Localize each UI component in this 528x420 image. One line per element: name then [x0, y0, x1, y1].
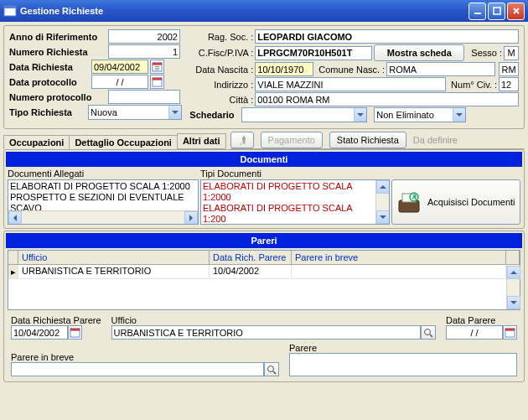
search-button[interactable]	[421, 325, 436, 340]
svg-line-17	[430, 334, 432, 337]
cf-label: C.Fisc/P.IVA :	[189, 48, 253, 58]
data-richiesta-input[interactable]: 09/04/2002	[91, 60, 148, 74]
tipo-label: Tipo Richiesta	[9, 107, 86, 117]
svg-rect-1	[4, 6, 16, 8]
comune-nasc-input[interactable]: ROMA	[386, 62, 495, 76]
window-title: Gestione Richieste	[20, 6, 468, 16]
minimize-button[interactable]	[468, 3, 486, 20]
rag-soc-input[interactable]: LEOPARDI GIACOMO	[255, 29, 519, 44]
datap-label: Data protocollo	[9, 77, 90, 87]
sesso-label: Sesso :	[471, 48, 502, 58]
prov-input[interactable]: RM	[499, 62, 519, 76]
tipi-doc-list[interactable]: ELABORATI DI PROGETTO SCALA 1:2000 ELABO…	[200, 179, 390, 225]
run-button	[230, 132, 254, 148]
scroll-up-icon[interactable]	[507, 266, 520, 279]
titlebar[interactable]: Gestione Richieste	[0, 0, 528, 22]
chevron-down-icon	[168, 106, 181, 119]
calendar-icon[interactable]	[68, 325, 82, 340]
col-ufficio[interactable]: Ufficio	[18, 251, 210, 264]
scrollbar[interactable]	[375, 180, 389, 224]
parere-breve-input[interactable]	[11, 362, 264, 376]
num-civ-input[interactable]: 12	[499, 77, 519, 91]
scroll-left-icon[interactable]	[8, 211, 22, 225]
schedario-select[interactable]	[241, 107, 367, 122]
num-label: Numero Richiesta	[9, 47, 106, 57]
dn-label: Data Nascita :	[189, 65, 253, 75]
app-icon	[3, 4, 17, 18]
non-eliminato-select[interactable]: Non Eliminato	[374, 107, 466, 122]
dp-label: Data Parere	[446, 315, 517, 325]
grid-corner	[506, 251, 520, 264]
mostra-scheda-button[interactable]: Mostra scheda	[374, 44, 464, 61]
parere-textarea[interactable]	[289, 353, 517, 376]
pareri-grid[interactable]: Ufficio Data Rich. Parere Parere in brev…	[8, 250, 520, 310]
indirizzo-input[interactable]: VIALE MAZZINI	[255, 77, 446, 91]
svg-rect-5	[153, 63, 162, 65]
col-parere-breve[interactable]: Parere in breve	[292, 251, 506, 264]
scroll-right-icon[interactable]	[184, 211, 198, 225]
list-item[interactable]: ELABORATI DI PROGETTO SCALA 1:200	[203, 203, 374, 225]
scrollbar[interactable]	[8, 210, 198, 224]
data-protocollo-input[interactable]: / /	[91, 75, 148, 89]
data-nascita-input[interactable]: 10/10/1970	[255, 62, 313, 76]
scroll-down-icon[interactable]	[507, 296, 520, 309]
scanner-icon	[396, 189, 422, 215]
svg-rect-2	[474, 13, 481, 14]
nump-label: Numero protocollo	[9, 92, 106, 102]
cn-label: Comune Nasc. :	[318, 65, 385, 75]
tab-altri-dati[interactable]: Altri dati	[177, 133, 226, 148]
stato-value: Da definire	[413, 135, 458, 145]
list-item[interactable]: ELABORATI DI PROGETTO SCALA 1:2000	[10, 181, 196, 192]
pareri-header: Pareri	[6, 233, 522, 248]
cf-input[interactable]: LPRGCM70R10H501T	[255, 46, 372, 60]
calendar-icon[interactable]	[150, 60, 164, 74]
svg-rect-19	[505, 329, 515, 331]
ufficio-input[interactable]: URBANISTICA E TERRITORIO	[111, 325, 421, 340]
sesso-input[interactable]: M	[504, 46, 519, 60]
chevron-down-icon	[453, 108, 465, 122]
anno-label: Anno di Riferimento	[9, 32, 106, 42]
citta-input[interactable]: 00100 ROMA RM	[255, 92, 519, 106]
svg-rect-15	[70, 329, 80, 331]
col-data-rich[interactable]: Data Rich. Parere	[210, 251, 292, 264]
civ-label: Num° Civ. :	[451, 80, 497, 90]
search-button[interactable]	[264, 362, 279, 376]
calendar-icon[interactable]	[150, 75, 164, 89]
close-button[interactable]	[507, 3, 525, 20]
stato-richiesta-button[interactable]: Stato Richiesta	[329, 132, 406, 148]
tipo-richiesta-select[interactable]: Nuova	[88, 105, 182, 120]
acquisisci-documenti-button[interactable]: Acquisisci Documenti	[391, 179, 520, 225]
tab-occupazioni[interactable]: Occupazioni	[3, 135, 70, 149]
documenti-header: Documenti	[6, 152, 522, 167]
anno-input[interactable]: 2002	[108, 29, 180, 44]
scroll-down-icon[interactable]	[376, 210, 390, 224]
list-item[interactable]: ELABORATI DI PROGETTO SCALA 1:2000	[203, 181, 374, 203]
citta-label: Città :	[189, 95, 253, 105]
svg-rect-10	[153, 78, 162, 80]
breve-label: Parere in breve	[11, 352, 279, 362]
table-row[interactable]: ▸ URBANISTICA E TERRITORIO 10/04/2002	[8, 265, 520, 279]
doc-allegati-label: Documenti Allegati	[8, 169, 199, 179]
data-parere-input[interactable]: / /	[446, 325, 503, 340]
pagamento-button: Pagamento	[261, 132, 323, 148]
par-label: Parere	[289, 343, 517, 353]
rag-label: Rag. Soc. :	[189, 32, 253, 42]
sched-label: Schedario	[189, 110, 240, 120]
maximize-button[interactable]	[488, 3, 505, 20]
scrollbar[interactable]	[506, 266, 520, 309]
row-indicator-icon: ▸	[8, 265, 18, 278]
datar-label: Data Richiesta	[9, 62, 90, 72]
num-input[interactable]: 1	[108, 44, 180, 59]
chevron-down-icon	[354, 108, 366, 122]
doc-allegati-list[interactable]: ELABORATI DI PROGETTO SCALA 1:2000 PROSP…	[8, 179, 199, 225]
data-rich-parere-input[interactable]: 10/04/2002	[11, 325, 68, 340]
scroll-up-icon[interactable]	[376, 180, 390, 194]
tab-dettaglio[interactable]: Dettaglio Occupazioni	[69, 135, 178, 149]
svg-point-20	[268, 366, 274, 371]
calendar-icon[interactable]	[503, 325, 517, 340]
uff-label: Ufficio	[111, 315, 436, 325]
num-protocollo-input[interactable]	[108, 90, 180, 104]
ind-label: Indirizzo :	[189, 80, 253, 90]
svg-point-16	[425, 329, 431, 334]
grid-corner	[8, 251, 18, 264]
